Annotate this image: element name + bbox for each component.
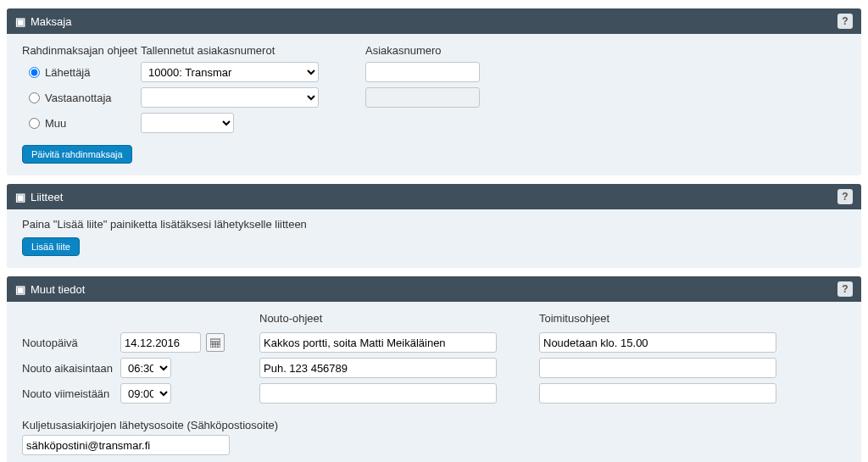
payer-radio-receiver-label: Vastaanottaja xyxy=(45,92,112,104)
attach-panel-body: Paina "Lisää liite" painiketta lisätäkse… xyxy=(7,209,861,268)
payer-panel-body: Rahdinmaksajan ohjeet Tallennetut asiaka… xyxy=(7,34,861,175)
collapse-icon: ▣ xyxy=(15,283,25,296)
delivery-instr-2[interactable] xyxy=(539,358,776,378)
payer-radio-other-label: Muu xyxy=(45,117,66,130)
pickup-date-input[interactable] xyxy=(120,332,201,353)
collapse-icon: ▣ xyxy=(15,191,25,203)
attach-help-button[interactable]: ? xyxy=(837,189,853,204)
pickup-instr-2[interactable] xyxy=(259,358,497,378)
other-panel-header[interactable]: ▣ Muut tiedot ? xyxy=(7,276,861,302)
collapse-icon: ▣ xyxy=(15,15,25,28)
payer-radio-receiver[interactable] xyxy=(29,92,40,103)
pickup-day-label: Noutopäivä xyxy=(22,337,115,349)
update-payer-button[interactable]: Päivitä rahdinmaksaja xyxy=(22,145,132,164)
delivery-instr-3[interactable] xyxy=(539,383,776,404)
email-input[interactable] xyxy=(22,435,230,455)
payer-instructions-label: Rahdinmaksajan ohjeet xyxy=(22,44,141,57)
payer-panel: ▣ Maksaja ? Rahdinmaksajan ohjeet Tallen… xyxy=(7,8,861,175)
payer-help-button[interactable]: ? xyxy=(837,14,853,29)
pickup-instr-1[interactable] xyxy=(259,332,497,353)
calendar-icon[interactable] xyxy=(206,333,225,352)
payer-other-saved-select[interactable] xyxy=(141,113,234,133)
attach-hint-text: Paina "Lisää liite" painiketta lisätäkse… xyxy=(22,218,846,231)
payer-customer-label: Asiakasnumero xyxy=(365,44,505,57)
other-panel-body: Noutopäivä Nouto aikaisintaan 06:30 Nout… xyxy=(7,302,861,462)
payer-receiver-customer-input xyxy=(365,87,480,108)
payer-radio-sender[interactable] xyxy=(29,67,40,78)
pickup-earliest-label: Nouto aikaisintaan xyxy=(22,362,115,375)
other-help-button[interactable]: ? xyxy=(837,281,853,297)
delivery-instr-label: Toimitusohjeet xyxy=(539,312,793,327)
payer-sender-saved-select[interactable]: 10000: Transmar xyxy=(141,62,319,82)
pickup-latest-select[interactable]: 09:00 xyxy=(120,383,171,404)
payer-sender-customer-input[interactable] xyxy=(365,62,480,82)
attach-panel-header[interactable]: ▣ Liitteet ? xyxy=(7,184,861,209)
email-label: Kuljetusasiakirjojen lähetysosoite (Sähk… xyxy=(22,419,846,431)
attach-panel: ▣ Liitteet ? Paina "Lisää liite" painike… xyxy=(7,184,861,268)
payer-radio-other[interactable] xyxy=(29,118,40,129)
delivery-instr-1[interactable] xyxy=(539,332,776,353)
attach-title: Liitteet xyxy=(31,191,63,203)
payer-panel-header[interactable]: ▣ Maksaja ? xyxy=(7,8,861,34)
other-title: Muut tiedot xyxy=(31,283,85,296)
payer-receiver-saved-select[interactable] xyxy=(141,87,319,108)
pickup-instr-label: Nouto-ohjeet xyxy=(259,312,514,327)
pickup-latest-label: Nouto viimeistään xyxy=(22,387,115,400)
other-panel: ▣ Muut tiedot ? Noutopäivä Nouto aikaisi… xyxy=(7,276,861,462)
payer-title: Maksaja xyxy=(31,15,71,28)
pickup-instr-3[interactable] xyxy=(259,383,497,404)
payer-saved-label: Tallennetut asiakasnumerot xyxy=(141,44,365,57)
payer-radio-sender-label: Lähettäjä xyxy=(45,66,91,79)
add-attachment-button[interactable]: Lisää liite xyxy=(22,237,80,256)
pickup-earliest-select[interactable]: 06:30 xyxy=(120,358,171,378)
